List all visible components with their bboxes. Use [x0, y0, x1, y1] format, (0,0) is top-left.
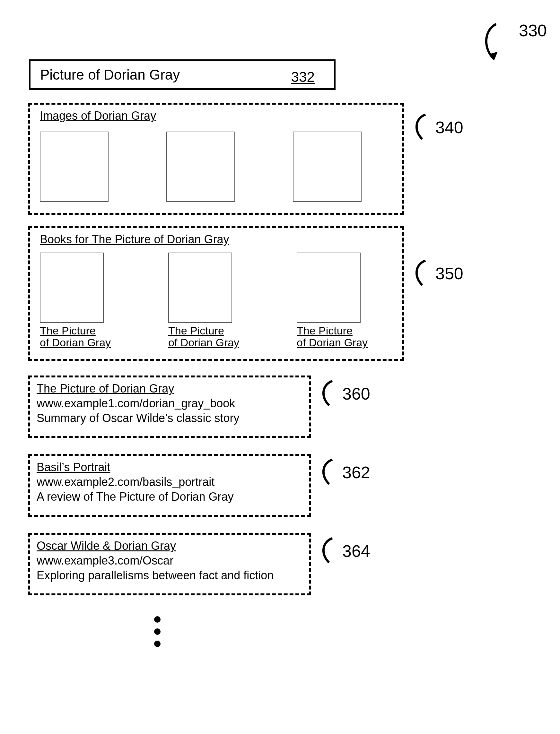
images-results-section: Images of Dorian Gray — [28, 103, 404, 215]
more-results-ellipsis-icon — [154, 616, 161, 647]
result-title[interactable]: The Picture of Dorian Gray — [37, 382, 309, 395]
result-snippet: A review of The Picture of Dorian Gray — [37, 490, 309, 503]
books-section-title[interactable]: Books for The Picture of Dorian Gray — [40, 233, 402, 246]
figure-ref-330: 330 — [472, 21, 547, 69]
book-caption-line: of Dorian Gray — [168, 337, 239, 349]
books-results-section: Books for The Picture of Dorian Gray The… — [28, 226, 404, 361]
result-snippet: Summary of Oscar Wilde’s classic story — [37, 411, 309, 425]
search-box[interactable]: Picture of Dorian Gray 332 — [29, 59, 336, 90]
ref-number: 360 — [342, 384, 370, 403]
ref-number: 330 — [519, 21, 547, 40]
book-caption[interactable]: The Picture of Dorian Gray — [40, 325, 111, 349]
ref-number: 350 — [435, 264, 463, 283]
image-thumbnails — [40, 132, 402, 202]
ref-number: 340 — [435, 118, 463, 137]
book-caption-line: of Dorian Gray — [297, 337, 368, 349]
images-section-title[interactable]: Images of Dorian Gray — [40, 109, 402, 123]
book-caption[interactable]: The Picture of Dorian Gray — [297, 325, 368, 349]
image-thumbnail[interactable] — [40, 132, 109, 202]
ref-number: 364 — [342, 541, 370, 561]
image-thumbnail[interactable] — [166, 132, 235, 202]
ref-number: 362 — [342, 463, 370, 482]
figure-ref-364: 364 — [315, 534, 370, 566]
book-thumbnail[interactable] — [297, 253, 361, 323]
book-item[interactable]: The Picture of Dorian Gray — [168, 253, 247, 349]
result-url[interactable]: www.example3.com/Oscar — [37, 554, 309, 567]
search-query: Picture of Dorian Gray — [40, 67, 180, 83]
book-item[interactable]: The Picture of Dorian Gray — [297, 253, 375, 349]
book-caption-line: The Picture — [40, 325, 96, 337]
figure-ref-340: 340 — [408, 111, 463, 143]
book-thumbnail[interactable] — [40, 253, 104, 323]
web-result[interactable]: Oscar Wilde & Dorian Gray www.example3.c… — [28, 533, 311, 595]
result-snippet: Exploring parallelisms between fact and … — [37, 569, 309, 582]
book-caption-line: of Dorian Gray — [40, 337, 111, 349]
image-thumbnail[interactable] — [293, 132, 362, 202]
book-caption-line: The Picture — [297, 325, 353, 337]
book-caption-line: The Picture — [168, 325, 224, 337]
web-result[interactable]: Basil’s Portrait www.example2.com/basils… — [28, 454, 311, 517]
figure-ref-350: 350 — [408, 257, 463, 289]
result-title[interactable]: Basil’s Portrait — [37, 460, 309, 474]
book-item[interactable]: The Picture of Dorian Gray — [40, 253, 118, 349]
figure-ref-360: 360 — [315, 377, 370, 409]
result-url[interactable]: www.example1.com/dorian_gray_book — [37, 397, 309, 410]
book-thumbnail[interactable] — [168, 253, 232, 323]
book-thumbnails: The Picture of Dorian Gray The Picture o… — [40, 253, 402, 349]
search-ref-number: 332 — [291, 69, 315, 85]
result-url[interactable]: www.example2.com/basils_portrait — [37, 475, 309, 489]
figure-ref-362: 362 — [315, 456, 370, 488]
web-result[interactable]: The Picture of Dorian Gray www.example1.… — [28, 375, 311, 438]
book-caption[interactable]: The Picture of Dorian Gray — [168, 325, 239, 349]
result-title[interactable]: Oscar Wilde & Dorian Gray — [37, 539, 309, 553]
